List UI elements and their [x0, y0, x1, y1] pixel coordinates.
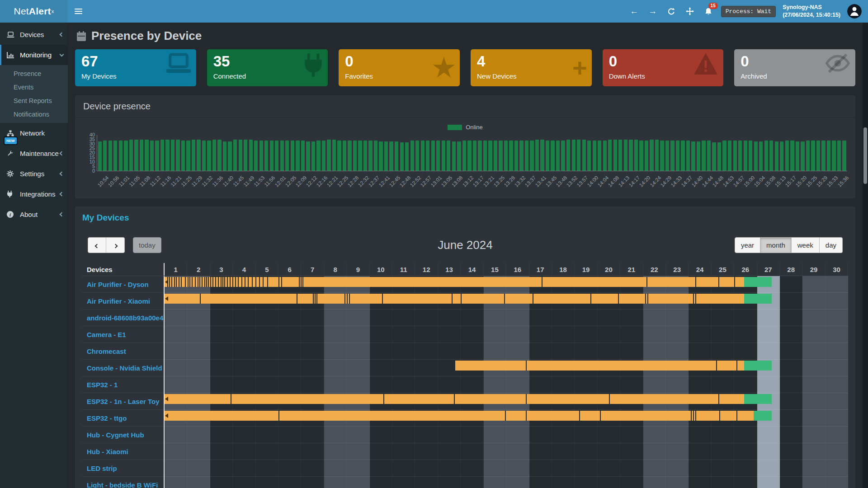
- sidebar-item-monitoring[interactable]: Monitoring: [0, 45, 68, 65]
- gantt-gap: [192, 277, 193, 287]
- gantt-bar-online-current[interactable]: [744, 277, 772, 287]
- card-favorites[interactable]: 0 Favorites ★: [339, 49, 460, 86]
- monitoring-submenu: Presence Events Sent Reports Notificatio…: [0, 65, 68, 123]
- device-link[interactable]: Hub - Xiaomi: [82, 443, 164, 460]
- calendar-view-year-button[interactable]: year: [735, 237, 760, 253]
- sidebar-subitem-presence[interactable]: Presence: [0, 67, 68, 80]
- gantt-gap: [590, 294, 591, 304]
- x-tick-label: 12:09: [294, 175, 307, 188]
- device-link[interactable]: Console - Nvidia Shield TV: [82, 360, 164, 376]
- device-link[interactable]: android-68608b93a00e4: [82, 310, 164, 326]
- sidebar-item-settings[interactable]: Settings: [0, 164, 68, 184]
- gantt-gap: [646, 277, 647, 287]
- main-content: Presence by Device 67 My Devices 35 Conn…: [68, 23, 863, 488]
- sidebar-item-about[interactable]: i About: [0, 204, 68, 225]
- presence-bar: [410, 141, 414, 171]
- sidebar-subitem-events[interactable]: Events: [0, 80, 68, 94]
- host-info: Synology-NAS (27/06/2024, 15:40:15): [783, 4, 840, 19]
- day-header-cell: 12: [415, 263, 438, 276]
- gantt-bar-online-current[interactable]: [744, 294, 772, 304]
- device-row: [165, 326, 848, 343]
- sidebar-subitem-sent-reports[interactable]: Sent Reports: [0, 94, 68, 108]
- x-tick-label: 14:17: [628, 175, 641, 188]
- gantt-gap: [176, 277, 177, 287]
- device-link[interactable]: Air Purifier - Xiaomi: [82, 293, 164, 310]
- device-link[interactable]: ESP32 - 1n - Laser Toy: [82, 393, 164, 410]
- device-link[interactable]: Light - bedside B WiFi: [82, 477, 164, 488]
- scrollbar-thumb[interactable]: [863, 127, 867, 184]
- day-header-cell: 2: [187, 263, 210, 276]
- calendar-view-week-button[interactable]: week: [792, 237, 820, 253]
- presence-bar: [775, 141, 778, 171]
- day-header-cell: 11: [392, 263, 415, 276]
- day-header-row: 1234567891011121314151617181920212223242…: [165, 263, 848, 276]
- gantt-bar-online-current[interactable]: [744, 394, 772, 404]
- gantt-gap: [693, 411, 694, 421]
- presence-bar: [676, 141, 679, 171]
- sidebar-item-integrations[interactable]: Integrations: [0, 184, 68, 204]
- host-name: Synology-NAS: [783, 4, 840, 12]
- user-avatar[interactable]: [847, 4, 862, 19]
- x-tick-label: 12:41: [378, 175, 391, 188]
- gantt-gap: [718, 277, 719, 287]
- card-new-devices[interactable]: 4 New Devices +: [471, 49, 592, 86]
- sidebar-item-maintenance[interactable]: Maintenance: [0, 143, 68, 164]
- card-archived[interactable]: 0 Archived: [734, 49, 855, 86]
- calendar-view-day-button[interactable]: day: [820, 237, 843, 253]
- refresh-button[interactable]: [665, 5, 677, 17]
- device-row: [165, 293, 848, 310]
- device-link[interactable]: ESP32 - 1: [82, 376, 164, 393]
- card-down-alerts[interactable]: 0 Down Alerts: [603, 49, 724, 86]
- presence-bar: [108, 141, 112, 171]
- gantt-bar-online-current[interactable]: [754, 411, 772, 421]
- sidebar-item-devices[interactable]: Devices: [0, 24, 68, 45]
- presence-bar: [634, 140, 638, 171]
- device-link[interactable]: ESP32 - ttgo: [82, 410, 164, 427]
- device-link[interactable]: Air Purifier - Dyson: [82, 276, 164, 293]
- gantt-gap: [383, 394, 384, 404]
- day-header-cell: 10: [370, 263, 392, 276]
- gantt-bar-online-current[interactable]: [744, 361, 772, 371]
- calendar-view-month-button[interactable]: month: [760, 237, 792, 253]
- arrow-left-icon: ←: [630, 6, 638, 16]
- card-my-devices[interactable]: 67 My Devices: [75, 49, 196, 86]
- x-tick-label: 14:37: [680, 175, 693, 188]
- gantt-gap: [736, 361, 737, 371]
- gantt-gap: [227, 277, 228, 287]
- nav-forward-button[interactable]: →: [647, 5, 659, 17]
- page-scrollbar[interactable]: [863, 23, 868, 488]
- continues-left-arrow-icon: [165, 413, 168, 418]
- presence-bar: [176, 140, 179, 171]
- presence-bar: [316, 141, 320, 171]
- sidebar-subitem-notifications[interactable]: Notifications: [0, 108, 68, 121]
- chevron-down-icon: [60, 52, 64, 56]
- gantt-gap: [208, 277, 209, 287]
- device-link[interactable]: Hub - Cygnet Hub: [82, 427, 164, 443]
- presence-bar: [192, 140, 195, 171]
- gantt-gap: [454, 394, 455, 404]
- x-tick-label: 14:08: [607, 175, 620, 188]
- sidebar-toggle-button[interactable]: [68, 0, 89, 23]
- gantt-bar-online[interactable]: [165, 411, 754, 421]
- presence-bar: [780, 141, 783, 171]
- device-link[interactable]: Chromecast: [82, 343, 164, 360]
- laptop-icon: [165, 52, 192, 77]
- gantt-gap: [734, 277, 735, 287]
- presence-bar: [796, 141, 799, 171]
- app-logo[interactable]: NetAlertx: [0, 0, 68, 23]
- device-link[interactable]: Camera - E1: [82, 326, 164, 343]
- gantt-bar-online[interactable]: [165, 294, 744, 304]
- card-connected[interactable]: 35 Connected: [207, 49, 328, 86]
- fullscreen-move-button[interactable]: [684, 5, 696, 17]
- nav-back-button[interactable]: ←: [628, 5, 640, 17]
- notifications-button[interactable]: 15: [703, 5, 714, 17]
- presence-bar: [270, 141, 274, 171]
- gantt-gap: [248, 277, 249, 287]
- presence-bar: [785, 141, 789, 171]
- device-link[interactable]: LED strip: [82, 460, 164, 477]
- gantt-bar-online[interactable]: [455, 361, 744, 371]
- x-tick-label: 11:16: [159, 175, 172, 188]
- gantt-gap: [719, 411, 720, 421]
- gantt-gap: [316, 294, 317, 304]
- chevron-left-icon: [60, 33, 64, 37]
